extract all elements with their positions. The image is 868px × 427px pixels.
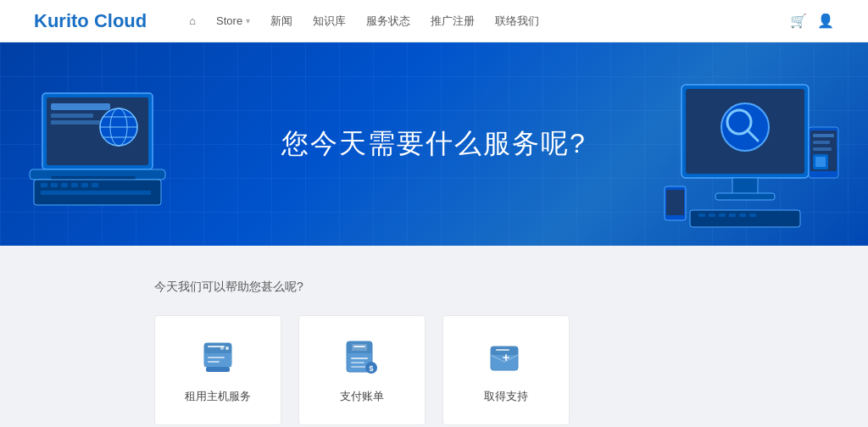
svg-rect-30 <box>709 214 715 217</box>
nav-home[interactable]: ⌂ <box>181 0 204 42</box>
svg-rect-41 <box>813 147 832 151</box>
home-icon: ⌂ <box>189 0 196 42</box>
section-title: 今天我们可以帮助您甚么呢? <box>154 280 714 295</box>
svg-rect-3 <box>51 114 93 118</box>
card-billing[interactable]: $ 支付账单 <box>298 315 426 425</box>
service-cards: 租用主机服务 $ <box>154 315 714 425</box>
svg-rect-15 <box>51 183 58 187</box>
cart-icon[interactable]: 🛒 <box>790 13 807 29</box>
nav-kb[interactable]: 知识库 <box>304 0 354 42</box>
svg-rect-14 <box>41 183 47 187</box>
svg-rect-65 <box>491 352 518 355</box>
svg-rect-39 <box>813 134 834 137</box>
svg-rect-60 <box>353 346 365 347</box>
svg-rect-49 <box>208 361 220 363</box>
svg-rect-17 <box>71 183 78 187</box>
svg-rect-46 <box>204 353 231 367</box>
svg-rect-19 <box>92 183 98 187</box>
svg-rect-16 <box>61 183 68 187</box>
nav-contact[interactable]: 联络我们 <box>487 0 548 42</box>
svg-point-52 <box>220 347 224 350</box>
main-nav: ⌂ Store 新闻 知识库 服务状态 推广注册 联络我们 <box>181 0 790 42</box>
card-hosting-label: 租用主机服务 <box>185 389 251 404</box>
hero-right-decoration <box>631 76 851 246</box>
svg-rect-28 <box>690 210 800 227</box>
svg-rect-50 <box>206 367 230 372</box>
svg-rect-20 <box>41 191 151 195</box>
svg-rect-57 <box>351 362 364 363</box>
svg-rect-33 <box>739 214 746 217</box>
svg-rect-68 <box>496 349 509 351</box>
hero-title: 您今天需要什么服务呢? <box>281 125 587 163</box>
svg-rect-12 <box>51 176 136 180</box>
logo[interactable]: Kurito Cloud <box>34 10 147 32</box>
billing-icon: $ <box>340 336 384 380</box>
nav-register[interactable]: 推广注册 <box>422 0 483 42</box>
svg-rect-56 <box>351 358 368 359</box>
svg-rect-67 <box>505 354 507 361</box>
nav-store[interactable]: Store <box>208 0 259 42</box>
svg-text:$: $ <box>369 364 373 373</box>
svg-rect-36 <box>666 190 684 215</box>
header-icons: 🛒 👤 <box>790 13 834 29</box>
card-support[interactable]: 取得支持 <box>442 315 570 425</box>
svg-rect-26 <box>732 178 758 195</box>
hero-left-decoration <box>17 76 203 246</box>
main-content: 今天我们可以帮助您甚么呢? <box>0 246 868 427</box>
svg-rect-2 <box>51 103 110 110</box>
nav-news[interactable]: 新闻 <box>262 0 301 42</box>
svg-rect-18 <box>81 183 88 187</box>
card-hosting[interactable]: 租用主机服务 <box>154 315 281 425</box>
user-icon[interactable]: 👤 <box>817 13 834 29</box>
svg-rect-32 <box>729 214 736 217</box>
svg-rect-31 <box>719 214 726 217</box>
svg-rect-48 <box>208 357 225 358</box>
svg-rect-40 <box>813 141 830 144</box>
card-support-label: 取得支持 <box>484 389 528 404</box>
svg-rect-29 <box>698 214 705 217</box>
svg-rect-27 <box>715 193 775 200</box>
support-icon <box>484 336 528 380</box>
hero-banner: 您今天需要什么服务呢? <box>0 42 868 246</box>
svg-rect-43 <box>815 157 826 167</box>
hosting-icon <box>196 336 240 380</box>
svg-point-51 <box>225 347 229 350</box>
svg-rect-34 <box>749 214 756 217</box>
card-billing-label: 支付账单 <box>340 389 384 404</box>
svg-rect-4 <box>51 120 102 125</box>
nav-status[interactable]: 服务状态 <box>358 0 419 42</box>
header: Kurito Cloud ⌂ Store 新闻 知识库 服务状态 推广注册 联络… <box>0 0 868 42</box>
svg-rect-58 <box>351 366 366 368</box>
